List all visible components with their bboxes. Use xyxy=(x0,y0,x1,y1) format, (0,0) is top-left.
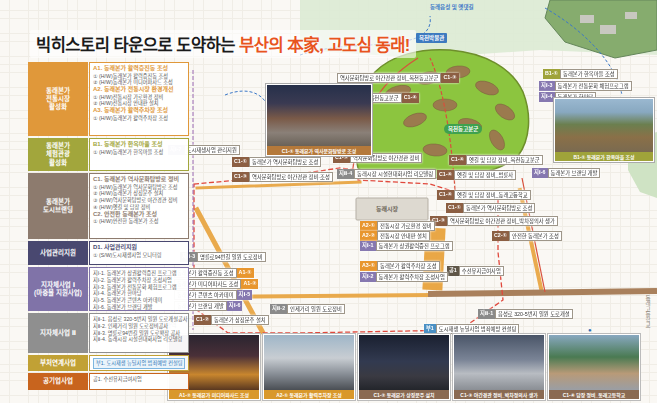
photo-rendering xyxy=(454,335,544,390)
map-chip: C1-④옛길 및 담장 정비_동래고등학교 xyxy=(437,190,531,200)
legend-item: ① (H/W)안전한 동래본가 조성 xyxy=(93,218,185,225)
photo-caption: A2-① 동래본가 활력주차장 조성 xyxy=(264,390,354,399)
rendering-photo: C1-② 동래본가 상징문주 설치 xyxy=(358,334,450,400)
chip-label: 동래시장 시설현대화사업 리모델링 xyxy=(354,169,436,179)
chip-label: 동래본가 활력주차장 조성사업 xyxy=(376,272,448,282)
building xyxy=(625,12,637,19)
map-photo-inset: C1-① 동래본가 역사문화탐방로 조성 xyxy=(266,84,372,156)
chip-label: 동래본가 상징문주 설치 xyxy=(211,315,269,325)
legend-section: 지자체사업 Ⅰ (마중물 지원사업)지Ⅰ-1. 동래본가 상권활력증진 프로그램… xyxy=(28,267,189,311)
map-place-label: 동래시장 xyxy=(376,204,398,213)
legend-section-body: 공1. 수선유지급여사업 xyxy=(89,373,189,390)
map-chip: A3-①동래본가 활력주차장 조성 xyxy=(360,261,440,271)
map-chip: C1-③역사문화탐방로 야간경관 정비·조성 xyxy=(232,172,333,182)
chip-label: 역사문화탐방로 야간경관 정비_박차정의사 생가 xyxy=(447,216,558,226)
chip-label: 읍성로 320-5번지 일원 도로개설 xyxy=(495,309,573,319)
map-place-label: 동래고등학교 xyxy=(644,295,652,328)
legend-item: 지Ⅱ-2. 인제거리 일원 도로정비공사 xyxy=(93,323,185,330)
legend-section: 사업관리지원D1. 사업관리지원① (S/W)도시재생사업 모니터링 xyxy=(28,241,189,265)
chip-label: 전통시장 안내판 설치 xyxy=(377,231,430,241)
building xyxy=(580,15,594,23)
map-chip: 부1도시재생 뉴딜사업 범죄예방 컨설팅 xyxy=(424,324,519,334)
chip-tag: 공1 xyxy=(447,266,459,276)
legend-item: 지Ⅰ-6. 동래본가 브랜딩 개발 xyxy=(93,304,185,311)
chip-tag: A2-① xyxy=(360,221,377,231)
chip-label: 옛길 및 담장 정비_동래고등학교 xyxy=(454,190,531,200)
chip-label: 동래본가 활력주차장 조성 xyxy=(377,261,440,271)
chip-tag: B1-① xyxy=(543,69,560,79)
legend-group-title: A1. 동래본가 활력증진동 조성 xyxy=(93,65,185,73)
chip-label: 동래본가 역사문화탐방로 조성 xyxy=(249,157,321,167)
map-chip: 공1수선유지급여사업 xyxy=(447,266,504,276)
photo-caption: C1-① 동래본가 역사문화탐방로 조성 xyxy=(267,146,371,155)
legend-section: 동래본가 도시브랜딩C1. 동래본가 역사문화탐방로 정비① (H/W)동래본가… xyxy=(28,173,189,239)
chip-tag: A1-② xyxy=(241,279,258,289)
chip-tag: C1-③ xyxy=(441,73,458,83)
photo-caption: C1-③ 야간경관 정비_박차정의사 생가 xyxy=(454,390,544,399)
station-icon: ● xyxy=(588,327,605,333)
chip-tag: A3-① xyxy=(360,261,377,271)
legend-section-body: C1. 동래본가 역사문화탐방로 정비① (H/W)동래본가 역사문화탐방로 조… xyxy=(89,173,189,239)
legend-item: 부1. 도시재생 뉴딜사업 범죄예방 컨설팅 xyxy=(93,358,185,369)
chip-tag: 지Ⅰ-6 xyxy=(227,301,243,311)
chip-tag: C1-④ xyxy=(449,155,466,165)
chip-label: 동래본가 전통문화 체험프로그램 xyxy=(555,81,632,91)
legend-section-header: 사업관리지원 xyxy=(28,241,88,265)
map-chip: 지Ⅱ-1읍성로 320-5번지 일원 도로개설 xyxy=(478,309,573,319)
map-place-label: 동래읍성 및 옛댓길 xyxy=(430,3,474,11)
chip-tag: C1-④ xyxy=(402,93,419,103)
legend-item: ② (H/W)동래본가 상징문주 설치 xyxy=(93,190,185,197)
title-highlight: 부산의 本家, 고도심 동래! xyxy=(239,36,410,54)
chip-tag: C1-④ xyxy=(437,190,454,200)
map-chip: C1-①동래본가 역사문화탐방로 조성 xyxy=(232,157,321,167)
map-chip: 지Ⅱ-4동래시장 시설현대화사업 리모델링 xyxy=(337,169,436,179)
map-photo-inset: B1-① 동래본가 한옥마을 조성 xyxy=(554,98,654,162)
chip-tag: 지Ⅱ-1 xyxy=(478,309,495,319)
chip-label: 동래본가 한옥마을 조성 xyxy=(560,69,618,79)
map-chip: 지Ⅱ-2인제거리 일원 도로정비 xyxy=(270,304,345,314)
map-place-label: 복천박물관 xyxy=(416,33,447,43)
legend-section-header: 지자체사업 Ⅰ (마중물 지원사업) xyxy=(28,267,88,311)
photo-rendering xyxy=(549,335,639,390)
chip-tag: 지Ⅱ-4 xyxy=(337,169,354,179)
chip-label: 옛길 및 담장 정비_법륜사 xyxy=(454,170,516,180)
legend-item: ④ (H/W)옛길 및 담장 정비 xyxy=(93,204,185,211)
map-chip: C1-③역사문화탐방로 야간경관 정비_박차정의사 생가 xyxy=(430,216,558,226)
rendering-photo: C1-④ 담장 정비_동래고등학교 xyxy=(548,334,640,400)
legend-section: 동래본가 전통시장 활성화A1. 동래본가 활력증진동 조성① (H/W)동래본… xyxy=(28,62,189,136)
chip-label: 도시재생 뉴딜사업 범죄예방 컨설팅 xyxy=(436,324,520,334)
chip-label: 수선유지급여사업 xyxy=(459,266,504,276)
photo-caption: C1-④ 담장 정비_동래고등학교 xyxy=(549,390,639,399)
legend-item: 지Ⅰ-2. 동래본가 활력주차장 조성사업 xyxy=(93,277,185,284)
legend-group-title: D1. 사업관리지원 xyxy=(93,244,185,252)
photo-caption: C1-② 동래본가 상징문주 설치 xyxy=(359,390,449,399)
chip-label: 명륜로94번길 일원 도로정비 xyxy=(197,252,265,262)
legend-section-body: 지Ⅱ-1. 읍성로 320-5번지 일원 도로개설공사지Ⅱ-2. 인제거리 일원… xyxy=(89,313,189,353)
legend-section-body: B1. 동래본가 한옥마을 조성① (H/W)동래본가 한옥마을 조성 xyxy=(89,138,189,171)
legend-section-header: 공기업사업 xyxy=(28,373,88,390)
map-chip: C1-②동래본가 상징문주 설치 xyxy=(194,315,269,325)
chip-tag: A2-② xyxy=(360,231,377,241)
legend-table: 동래본가 전통시장 활성화A1. 동래본가 활력증진동 조성① (H/W)동래본… xyxy=(28,62,189,390)
legend-item: 지Ⅱ-1. 읍성로 320-5번지 일원 도로개설공사 xyxy=(93,316,185,323)
legend-item: 지Ⅰ-5. 동래본가 콘텐츠 아카데미 xyxy=(93,297,185,304)
chip-tag: 지Ⅱ-2 xyxy=(270,304,287,314)
legend-section: 동래본가 체험관광 활성화B1. 동래본가 한옥마을 조성① (H/W)동래본가… xyxy=(28,138,189,171)
legend-section-body: D1. 사업관리지원① (S/W)도시재생사업 모니터링 xyxy=(89,241,189,265)
chip-label: 역사문화탐방로 야간경관 정비·조성 xyxy=(249,172,333,182)
rendering-photo-strip: A1-② 동래본가 미디어파사드 조성A2-① 동래본가 활력주차장 조성C1-… xyxy=(168,334,640,400)
chip-tag: C2-① xyxy=(492,231,509,241)
chip-label: 동래본가 상권활력증진 프로그램 xyxy=(376,241,453,251)
legend-item: 지Ⅱ-4. 동래시장 시설현대화사업 리모델링 xyxy=(93,336,185,343)
map-chip: 지Ⅰ-1동래본가 상권활력증진 프로그램 xyxy=(360,241,453,251)
photo-rendering xyxy=(555,99,653,152)
photo-caption: A1-② 동래본가 미디어파사드 조성 xyxy=(169,390,259,399)
chip-label: 동래본가 브랜딩 개발 xyxy=(548,168,601,178)
page-title: 빅히스토리 타운으로 도약하는 부산의 本家, 고도심 동래! xyxy=(30,30,416,58)
legend-item: ② (H/W)동래본가 미디어파사드 조성 xyxy=(93,79,185,86)
legend-section-body: 부1. 도시재생 뉴딜사업 범죄예방 컨설팅 xyxy=(89,355,189,371)
legend-section-body: 지Ⅰ-1. 동래본가 상권활력증진 프로그램지Ⅰ-2. 동래본가 활력주차장 조… xyxy=(89,267,189,311)
legend-item: 지Ⅰ-1. 동래본가 상권활력증진 프로그램 xyxy=(93,270,185,277)
chip-label: 도시재생사업 관리지원 xyxy=(184,145,240,155)
legend-group-title: C1. 동래본가 역사문화탐방로 정비 xyxy=(93,176,185,184)
